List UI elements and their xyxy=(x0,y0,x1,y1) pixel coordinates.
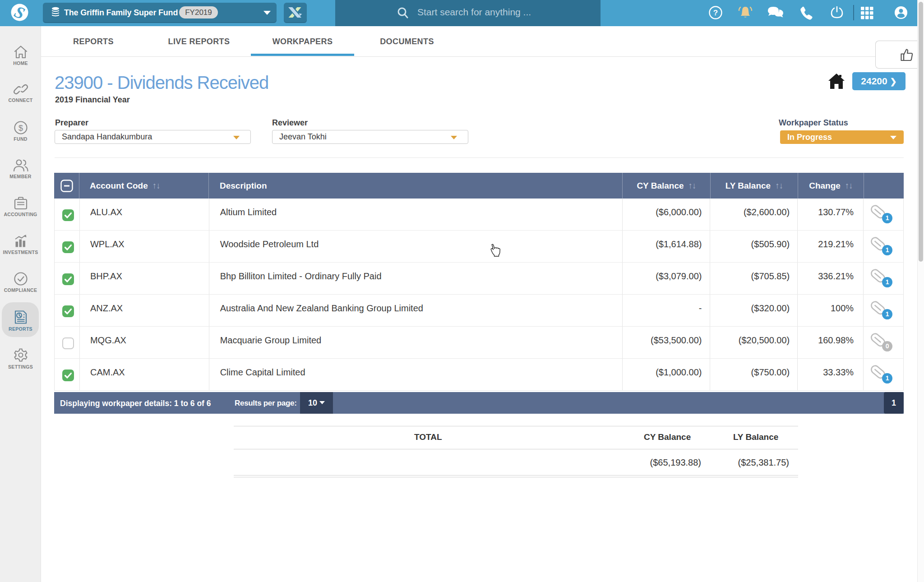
svg-text:?: ? xyxy=(713,9,718,17)
svg-text:$: $ xyxy=(18,124,23,133)
